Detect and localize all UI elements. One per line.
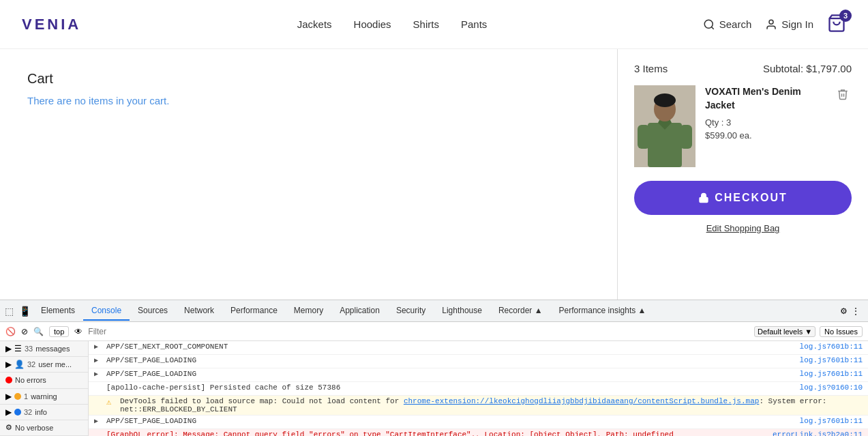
settings-icon[interactable]: ⚙ (840, 306, 848, 316)
tab-sources[interactable]: Sources (130, 302, 176, 321)
console-text: APP/SET_NEXT_ROOT_COMPONENT (106, 343, 796, 351)
user-icon (765, 18, 777, 31)
svg-rect-10 (680, 125, 692, 149)
chevron-right-icon4: ▶ (5, 407, 12, 417)
search-icon (703, 18, 715, 31)
checkout-label: CHECKOUT (715, 192, 788, 204)
console-text: APP/SET_PAGE_LOADING (106, 370, 796, 378)
warning-icon: ⚠ (106, 397, 116, 407)
no-errors-label: No errors (15, 376, 46, 384)
sidebar-info[interactable]: ▶ 32 info (0, 405, 88, 420)
devtools-filter-bar: 🚫 ⊘ 🔍 top 👁 Default levels ▼ No Issues (0, 322, 868, 341)
console-link[interactable]: errorLink.js?b2a0:11 (773, 431, 863, 436)
filter-icon[interactable]: ⊘ (21, 327, 28, 336)
tab-recorder[interactable]: Recorder ▲ (490, 302, 551, 321)
product-price: $599.00 ea. (705, 130, 824, 141)
expand-arrow[interactable]: ▶ (94, 356, 102, 364)
svg-line-1 (711, 27, 713, 29)
tab-elements[interactable]: Elements (33, 302, 83, 321)
console-link[interactable]: log.js7601b:11 (800, 343, 863, 351)
nav-pants[interactable]: Pants (461, 18, 487, 30)
cart-subtotal: Subtotal: $1,797.00 (763, 63, 852, 74)
expand-arrow[interactable]: ▶ (94, 343, 102, 351)
clear-console-icon[interactable]: 🚫 (5, 327, 16, 336)
console-text: APP/SET_PAGE_LOADING (106, 417, 796, 425)
product-name: VOXATI Men's Denim Jacket (705, 85, 824, 112)
search-button[interactable]: Search (703, 18, 752, 31)
top-context[interactable]: top (49, 326, 69, 337)
no-verbose-label: No verbose (15, 424, 53, 432)
extension-link[interactable]: chrome-extension://lkeokcighogdliiajgbbd… (404, 397, 760, 405)
default-levels-select[interactable]: Default levels ▼ (754, 326, 815, 337)
error-dot-icon (5, 377, 12, 383)
eye-icon[interactable]: 👁 (74, 327, 83, 336)
console-link[interactable]: log.js7601b:11 (800, 356, 863, 364)
devtools: ⬚ 📱 Elements Console Sources Network Per… (0, 300, 868, 436)
tab-network[interactable]: Network (176, 302, 222, 321)
cart-title: Cart (27, 71, 590, 87)
cart-sidebar: 3 Items Subtotal: $1,797.00 (617, 49, 868, 300)
sidebar-warnings[interactable]: ▶ 1 warning (0, 389, 88, 405)
sidebar-errors[interactable]: No errors (0, 373, 88, 388)
filter-input[interactable] (88, 327, 749, 336)
devtools-toolbar-icons: ⬚ 📱 (3, 304, 33, 318)
delete-product-button[interactable] (834, 85, 852, 167)
info-count: 32 (24, 408, 32, 416)
console-row: ▶ APP/SET_PAGE_LOADING log.js7601b:11 (89, 355, 868, 368)
sidebar-verbose[interactable]: ⚙ No verbose (0, 420, 88, 436)
svg-rect-11 (700, 197, 708, 202)
tab-memory[interactable]: Memory (286, 302, 331, 321)
tab-performance-insights[interactable]: Performance insights ▲ (551, 302, 655, 321)
warning-label: warning (31, 392, 57, 401)
tab-lighthouse[interactable]: Lighthouse (434, 302, 490, 321)
console-text: APP/SET_PAGE_LOADING (106, 356, 796, 364)
main-nav: Jackets Hoodies Shirts Pants (297, 18, 488, 30)
devtools-actions: Default levels ▼ No Issues (754, 326, 863, 337)
svg-point-0 (704, 20, 713, 28)
console-link[interactable]: log.js7601b:11 (800, 417, 863, 425)
chevron-right-icon3: ▶ (5, 392, 12, 401)
inspect-icon[interactable]: ⬚ (3, 304, 16, 318)
no-issues-badge: No Issues (820, 326, 863, 337)
console-row: ▶ APP/SET_NEXT_ROOT_COMPONENT log.js7601… (89, 341, 868, 355)
filter-settings-icon[interactable]: 🔍 (33, 327, 44, 336)
cart-button[interactable]: 3 (827, 14, 846, 35)
svg-point-8 (654, 93, 676, 107)
verbose-gear-icon: ⚙ (5, 423, 12, 432)
messages-icon: ☰ (14, 344, 22, 353)
devtools-tabs: ⬚ 📱 Elements Console Sources Network Per… (0, 300, 868, 322)
console-link[interactable]: log.js7601b:11 (800, 370, 863, 378)
product-image (634, 85, 695, 167)
user-messages-icon: 👤 (14, 360, 25, 369)
nav-hoodies[interactable]: Hoodies (354, 18, 391, 30)
nav-shirts[interactable]: Shirts (413, 18, 439, 30)
logo: VENIA (22, 16, 81, 33)
checkout-button[interactable]: CHECKOUT (634, 181, 852, 215)
expand-arrow[interactable]: ▶ (94, 370, 102, 378)
expand-arrow[interactable]: ▶ (94, 417, 102, 425)
sidebar-messages[interactable]: ▶ ☰ 33 messages (0, 341, 88, 357)
cart-summary-header: 3 Items Subtotal: $1,797.00 (634, 63, 852, 74)
console-row: ▶ APP/SET_PAGE_LOADING log.js7601b:11 (89, 368, 868, 382)
tab-console[interactable]: Console (83, 302, 130, 321)
console-body: ▶ ☰ 33 messages ▶ 👤 32 user me... No err… (0, 341, 868, 436)
signin-button[interactable]: Sign In (765, 18, 813, 31)
lock-icon (698, 192, 709, 203)
chevron-right-icon: ▶ (5, 344, 12, 353)
user-messages-label: user me... (38, 360, 72, 368)
tab-security[interactable]: Security (388, 302, 434, 321)
messages-label: messages (35, 345, 70, 353)
edit-shopping-bag-link[interactable]: Edit Shopping Bag (634, 223, 852, 233)
console-row-error: [GraphQL error]: Message: Cannot query f… (89, 429, 868, 436)
cart-badge: 3 (839, 10, 852, 22)
device-icon[interactable]: 📱 (17, 304, 33, 318)
more-icon[interactable]: ⋮ (852, 306, 860, 316)
tab-performance[interactable]: Performance (222, 302, 286, 321)
console-link[interactable]: log.js?0160:10 (800, 383, 863, 392)
devtools-tabs-right: ⚙ ⋮ (840, 306, 865, 316)
sidebar-user-messages[interactable]: ▶ 👤 32 user me... (0, 357, 88, 373)
tab-application[interactable]: Application (331, 302, 388, 321)
nav-jackets[interactable]: Jackets (297, 18, 332, 30)
console-row: ▶ APP/SET_PAGE_LOADING log.js7601b:11 (89, 416, 868, 429)
main-area: Cart There are no items in your cart. 3 … (0, 49, 868, 300)
